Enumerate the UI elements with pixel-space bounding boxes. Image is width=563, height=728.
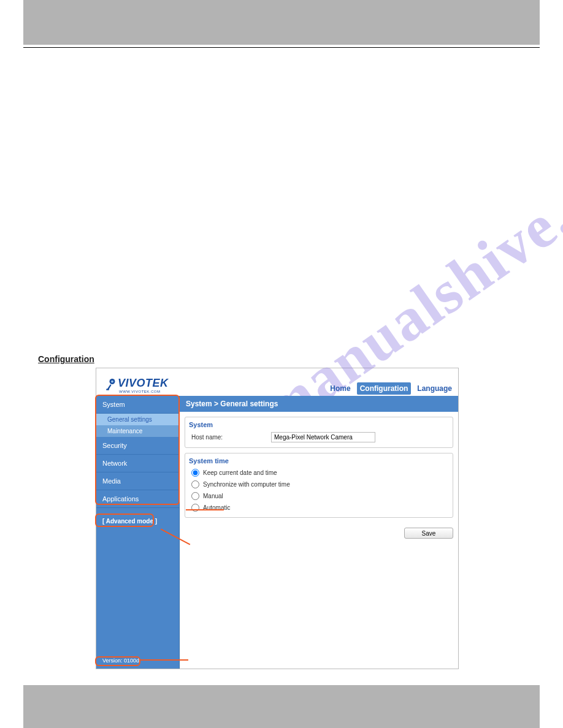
config-window: manualshive.com VIVOTEK WWW.VIVOTEK.COM … (96, 368, 459, 669)
page-header-bar (23, 0, 540, 45)
systemtime-title: System time (189, 457, 449, 464)
host-row: Host name: (189, 431, 449, 444)
breadcrumb: System > General settings (180, 396, 458, 412)
system-panel: System Host name: (185, 417, 453, 448)
time-opt-manual[interactable]: Manual (189, 490, 449, 502)
sidebar-item-applications[interactable]: Applications (96, 490, 179, 508)
host-input[interactable] (271, 432, 375, 442)
radio-auto-label: Automatic (203, 504, 230, 511)
svg-rect-2 (106, 389, 109, 390)
system-panel-title: System (189, 421, 449, 428)
radio-keep-label: Keep current date and time (203, 469, 277, 476)
sidebar-sub-general-settings[interactable]: General settings (96, 414, 179, 425)
svg-point-1 (111, 381, 113, 383)
host-label: Host name: (191, 434, 265, 441)
config-body: System General settings Maintenance Secu… (96, 396, 458, 669)
sidebar: System General settings Maintenance Secu… (96, 396, 180, 669)
sidebar-item-media[interactable]: Media (96, 472, 179, 490)
version-label: Version: 0100d (102, 658, 139, 664)
radio-auto[interactable] (191, 504, 199, 512)
radio-sync-label: Synchronize with computer time (203, 481, 290, 488)
radio-manual[interactable] (191, 492, 199, 500)
section-title: Configuration (38, 354, 563, 364)
time-opt-sync[interactable]: Synchronize with computer time (189, 479, 449, 490)
config-topbar: VIVOTEK WWW.VIVOTEK.COM Home Configurati… (96, 368, 458, 396)
sidebar-sub-maintenance[interactable]: Maintenance (96, 425, 179, 437)
sidebar-item-system[interactable]: System (96, 396, 179, 414)
advanced-mode-toggle[interactable]: [ Advanced mode ] (102, 518, 179, 525)
nav-language[interactable]: Language (415, 382, 454, 395)
save-button[interactable]: Save (404, 528, 453, 539)
time-opt-auto[interactable]: Automatic (189, 502, 449, 514)
page-footer-bar (23, 685, 540, 728)
brand-sub: WWW.VIVOTEK.COM (119, 390, 169, 393)
time-opt-keep[interactable]: Keep current date and time (189, 467, 449, 479)
sidebar-item-network[interactable]: Network (96, 455, 179, 472)
nav-configuration[interactable]: Configuration (357, 382, 412, 395)
radio-keep[interactable] (191, 469, 199, 477)
radio-manual-label: Manual (203, 493, 223, 499)
radio-sync[interactable] (191, 480, 199, 488)
systemtime-panel: System time Keep current date and time S… (185, 453, 453, 518)
top-nav: Home Configuration Language (327, 382, 454, 395)
nav-home[interactable]: Home (327, 382, 353, 395)
content-area: System > General settings System Host na… (180, 396, 458, 669)
sidebar-item-security[interactable]: Security (96, 437, 179, 455)
spacer (0, 48, 563, 354)
brand-icon (105, 377, 116, 393)
brand-text: VIVOTEK (118, 377, 169, 390)
brand: VIVOTEK WWW.VIVOTEK.COM (100, 373, 169, 396)
